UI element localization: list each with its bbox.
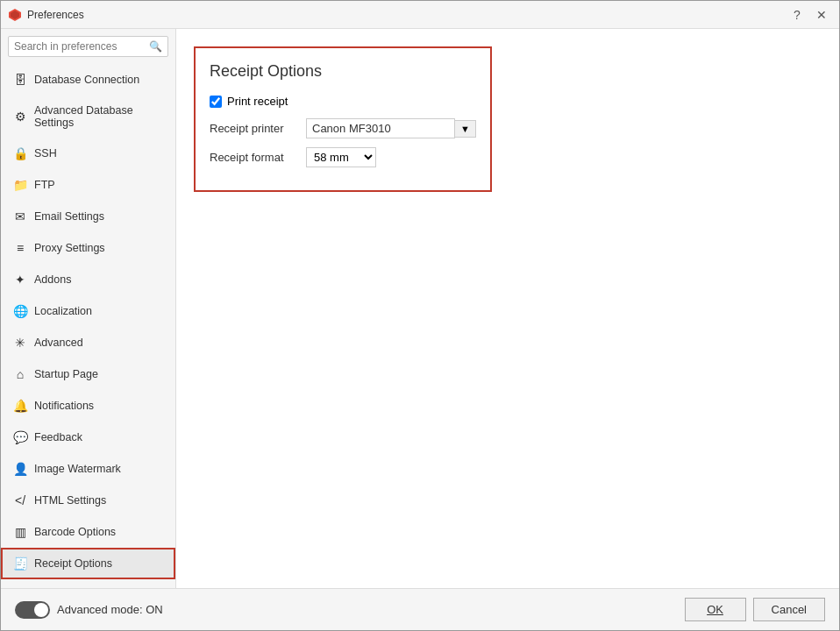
print-receipt-checkbox[interactable]	[210, 96, 222, 108]
addons-icon: ✦	[13, 273, 27, 287]
sidebar-item-email-settings[interactable]: ✉Email Settings	[1, 201, 175, 232]
advanced-mode-toggle[interactable]	[15, 601, 50, 619]
sidebar-item-image-watermark[interactable]: 👤Image Watermark	[1, 453, 175, 485]
main-content: Receipt Options Print receipt Receipt pr…	[176, 29, 839, 588]
sidebar-nav: 🗄Database Connection⚙Advanced Database S…	[1, 64, 175, 579]
sidebar-item-label-barcode-options: Barcode Options	[34, 526, 116, 538]
email-icon: ✉	[13, 209, 27, 223]
receipt-icon: 🧾	[13, 557, 27, 571]
cancel-button[interactable]: Cancel	[753, 598, 825, 621]
db-adv-icon: ⚙	[13, 110, 27, 124]
sidebar-item-label-receipt-options: Receipt Options	[34, 557, 112, 570]
db-icon: 🗄	[13, 73, 27, 87]
sidebar-item-advanced-database-settings[interactable]: ⚙Advanced Database Settings	[1, 96, 175, 138]
sidebar-item-label-email-settings: Email Settings	[34, 210, 104, 223]
panel-title: Receipt Options	[210, 62, 476, 81]
sidebar-item-localization[interactable]: 🌐Localization	[1, 295, 175, 327]
watermark-icon: 👤	[13, 462, 27, 476]
startup-icon: ⌂	[13, 367, 27, 381]
sidebar: 🔍 🗄Database Connection⚙Advanced Database…	[1, 29, 176, 588]
sidebar-item-label-ssh: SSH	[34, 147, 57, 160]
bottom-bar: Advanced mode: ON OK Cancel	[1, 588, 839, 630]
sidebar-item-ssh[interactable]: 🔒SSH	[1, 138, 175, 169]
sidebar-item-label-addons: Addons	[34, 273, 71, 286]
sidebar-item-advanced[interactable]: ✳Advanced	[1, 327, 175, 358]
sidebar-item-barcode-options[interactable]: ▥Barcode Options	[1, 516, 175, 548]
receipt-printer-row: Receipt printer ▼	[210, 118, 476, 138]
sidebar-item-label-proxy-settings: Proxy Settings	[34, 242, 105, 254]
sidebar-item-label-image-watermark: Image Watermark	[34, 463, 121, 475]
print-receipt-label: Print receipt	[227, 95, 288, 108]
sidebar-item-label-advanced: Advanced	[34, 337, 83, 349]
search-icon: 🔍	[149, 40, 162, 53]
receipt-format-select[interactable]: 58 mm 80 mm	[306, 147, 376, 167]
preferences-window: Preferences ? ✕ 🔍 🗄Database Connection⚙A…	[0, 0, 840, 631]
barcode-icon: ▥	[13, 525, 27, 539]
search-input[interactable]	[14, 40, 149, 53]
titlebar: Preferences ? ✕	[1, 1, 839, 29]
sidebar-item-proxy-settings[interactable]: ≡Proxy Settings	[1, 232, 175, 264]
adv-icon: ✳	[13, 336, 27, 350]
sidebar-item-label-advanced-database-settings: Advanced Database Settings	[34, 104, 163, 129]
receipt-options-panel: Receipt Options Print receipt Receipt pr…	[194, 46, 492, 192]
search-box[interactable]: 🔍	[8, 36, 168, 57]
sidebar-item-label-notifications: Notifications	[34, 400, 94, 412]
app-icon	[8, 8, 22, 22]
sidebar-item-startup-page[interactable]: ⌂Startup Page	[1, 358, 175, 390]
receipt-printer-label: Receipt printer	[210, 122, 306, 135]
bottom-buttons: OK Cancel	[685, 598, 825, 621]
receipt-printer-input[interactable]	[306, 118, 455, 138]
print-receipt-row: Print receipt	[210, 95, 476, 108]
advanced-mode-label: Advanced mode: ON	[57, 603, 163, 616]
ftp-icon: 📁	[13, 178, 27, 192]
ssh-icon: 🔒	[13, 146, 27, 160]
sidebar-item-database-connection[interactable]: 🗄Database Connection	[1, 64, 175, 96]
window-title: Preferences	[27, 9, 787, 21]
sidebar-item-receipt-options[interactable]: 🧾Receipt Options	[1, 548, 175, 579]
toggle-area: Advanced mode: ON	[15, 601, 685, 619]
sidebar-item-notifications[interactable]: 🔔Notifications	[1, 390, 175, 422]
sidebar-item-feedback[interactable]: 💬Feedback	[1, 422, 175, 453]
printer-dropdown-arrow[interactable]: ▼	[455, 120, 476, 138]
local-icon: 🌐	[13, 304, 27, 318]
sidebar-item-ftp[interactable]: 📁FTP	[1, 169, 175, 201]
help-button[interactable]: ?	[787, 4, 808, 25]
notif-icon: 🔔	[13, 399, 27, 413]
feedback-icon: 💬	[13, 430, 27, 444]
close-button[interactable]: ✕	[811, 4, 832, 25]
ok-button[interactable]: OK	[685, 598, 746, 621]
titlebar-controls: ? ✕	[787, 4, 832, 25]
sidebar-item-label-startup-page: Startup Page	[34, 368, 98, 380]
sidebar-item-label-feedback: Feedback	[34, 431, 82, 443]
receipt-format-label: Receipt format	[210, 151, 306, 164]
sidebar-item-addons[interactable]: ✦Addons	[1, 264, 175, 295]
sidebar-item-label-ftp: FTP	[34, 179, 55, 191]
sidebar-item-label-html-settings: HTML Settings	[34, 494, 106, 507]
receipt-format-row: Receipt format 58 mm 80 mm	[210, 147, 476, 167]
sidebar-item-label-database-connection: Database Connection	[34, 74, 139, 86]
sidebar-item-label-localization: Localization	[34, 305, 92, 317]
html-icon: </	[13, 493, 27, 507]
content-area: 🔍 🗄Database Connection⚙Advanced Database…	[1, 29, 839, 588]
proxy-icon: ≡	[13, 241, 27, 255]
sidebar-item-html-settings[interactable]: </HTML Settings	[1, 485, 175, 516]
